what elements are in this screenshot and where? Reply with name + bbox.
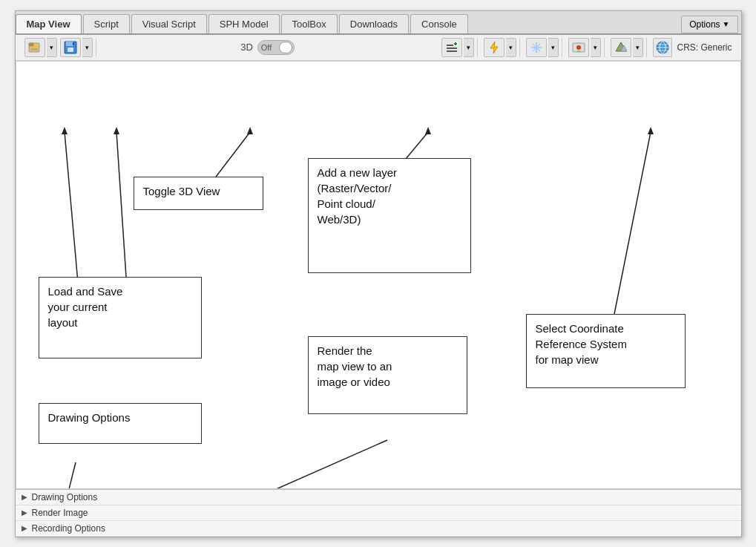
mountain-button[interactable] [611,38,631,57]
options-button[interactable]: Options ▼ [681,16,737,33]
annotation-toggle-3d-text: Toggle 3D View [143,185,220,197]
app-container: Map View Script Visual Script SPH Model … [15,10,742,537]
annotation-crs-text: Select CoordinateReference Systemfor map… [536,322,627,366]
svg-marker-29 [62,127,68,134]
mountain-icon [614,41,628,54]
svg-marker-31 [114,127,119,134]
svg-marker-13 [490,42,498,53]
toggle-off-label: Off [261,43,272,52]
load-arrow-button[interactable]: ▾ [47,38,57,57]
annotation-load-save: Load and Saveyour currentlayout [39,277,202,358]
flash-group: ▾ [481,38,520,57]
tab-script[interactable]: Script [83,14,130,33]
snowflake-button[interactable] [526,38,547,57]
crs-group: CRS: Generic [650,38,734,57]
globe-icon [655,40,670,55]
drawing-options-arrow-icon: ▶ [22,493,27,501]
render-image-arrow-icon: ▶ [22,508,27,517]
snowflake-arrow-button[interactable]: ▾ [548,38,559,57]
svg-marker-35 [425,127,431,134]
svg-marker-37 [648,127,654,134]
annotation-add-layer: Add a new layer(Raster/Vector/Point clou… [308,158,471,273]
drawing-options-label: Drawing Options [32,492,98,502]
load-icon [28,41,42,54]
render-image-label: Render Image [32,508,88,518]
tab-console[interactable]: Console [410,14,468,33]
mountain-arrow-button[interactable]: ▾ [633,38,643,57]
annotation-load-save-text: Load and Saveyour currentlayout [48,285,123,329]
tab-toolbox[interactable]: ToolBox [281,14,338,33]
add-layer-icon [445,41,458,54]
save-button[interactable] [60,38,81,57]
save-icon [64,41,77,54]
add-layer-arrow-button[interactable]: ▾ [464,38,474,57]
svg-line-36 [610,132,651,336]
recording-options-row[interactable]: ▶ Recording Options [16,521,741,537]
annotation-drawing-options: Drawing Options [39,403,202,444]
flash-button[interactable] [484,38,504,57]
toolbar: ▾ ▾ 3D Off [16,35,741,61]
tab-map-view[interactable]: Map View [16,14,82,33]
annotation-add-layer-text: Add a new layer(Raster/Vector/Point clou… [318,166,398,226]
options-arrow-icon: ▼ [723,20,730,28]
svg-rect-6 [73,42,74,45]
svg-point-19 [576,45,581,50]
recording-options-label: Recording Options [32,523,105,534]
render-arrow-button[interactable]: ▾ [591,38,601,57]
flash-arrow-button[interactable]: ▾ [506,38,516,57]
toggle-3d-switch[interactable]: Off [257,40,295,55]
load-button[interactable] [24,38,45,57]
layers-group: ▾ [438,38,478,57]
toggle-knob [279,42,292,53]
svg-rect-2 [30,48,38,50]
svg-rect-9 [447,50,457,52]
render-image-row[interactable]: ▶ Render Image [16,505,741,521]
annotation-render-text: Render themap view to animage or video [318,344,392,388]
svg-line-40 [168,440,387,488]
svg-line-30 [116,132,128,299]
flash-icon [487,41,501,54]
recording-options-arrow-icon: ▶ [22,524,27,532]
annotation-crs: Select CoordinateReference Systemfor map… [526,314,686,388]
crs-label: CRS: Generic [677,42,732,53]
main-canvas: Load and Saveyour currentlayout Toggle 3… [16,61,741,489]
toggle-3d-control: 3D Off [240,40,295,55]
svg-rect-5 [68,48,73,52]
svg-rect-1 [29,43,33,46]
load-save-group: ▾ ▾ [22,38,96,57]
3d-label: 3D [240,42,253,53]
tab-bar: Map View Script Visual Script SPH Model … [16,11,741,35]
snowflake-icon [530,41,543,54]
svg-rect-4 [66,42,73,46]
tab-visual-script[interactable]: Visual Script [131,14,207,33]
svg-line-38 [61,462,76,488]
bottom-panel: ▶ Drawing Options ▶ Render Image ▶ Recor… [16,489,741,537]
tab-downloads[interactable]: Downloads [339,14,409,33]
save-arrow-button[interactable]: ▾ [82,38,93,57]
tab-sph-model[interactable]: SPH Model [208,14,280,33]
globe-button[interactable] [653,38,672,57]
svg-marker-33 [247,127,253,134]
snowflake-group: ▾ [523,38,562,57]
mountain-group: ▾ [608,38,647,57]
svg-rect-8 [447,48,457,49]
annotation-render: Render themap view to animage or video [308,336,467,414]
svg-rect-20 [577,50,580,52]
drawing-options-row[interactable]: ▶ Drawing Options [16,490,741,505]
render-group: ▾ [565,38,605,57]
add-layer-button[interactable] [441,38,462,57]
render-icon [572,41,585,54]
render-button[interactable] [568,38,589,57]
annotation-toggle-3d: Toggle 3D View [134,177,263,210]
svg-line-28 [65,132,79,299]
annotation-drawing-options-text: Drawing Options [48,411,131,424]
